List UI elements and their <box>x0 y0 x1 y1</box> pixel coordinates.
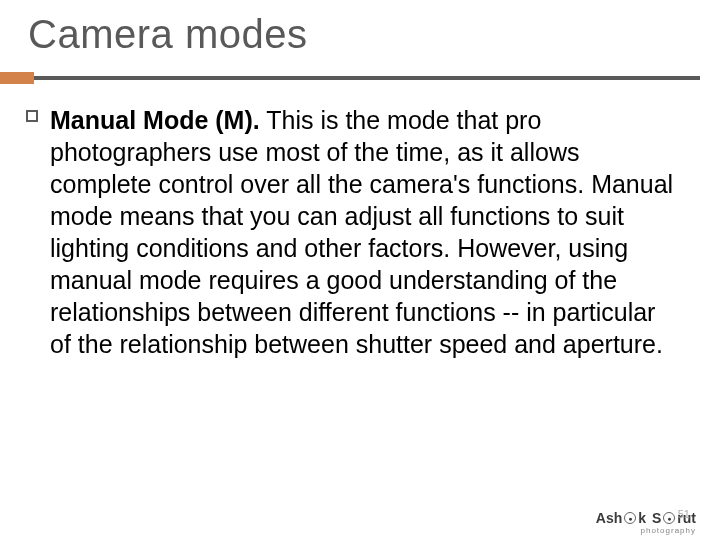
underline-main <box>34 76 700 80</box>
bullet-lead-bold: Manual Mode (M). <box>50 106 260 134</box>
slide: Camera modes Manual Mode (M). This is th… <box>0 0 720 540</box>
slide-title: Camera modes <box>28 12 307 57</box>
lens-icon: ● <box>624 512 636 524</box>
bullet-body-text: This is the mode that pro photographers … <box>50 106 673 358</box>
underline-accent <box>0 72 34 84</box>
brand-part-2: k <box>638 510 646 526</box>
brand-part-1: Ash <box>596 510 622 526</box>
bullet-square-icon <box>26 110 38 122</box>
brand-surname-pre: S <box>652 510 661 526</box>
brand-subline: photography <box>641 526 696 535</box>
page-number: 51 <box>678 508 690 520</box>
lens-icon: ● <box>663 512 675 524</box>
body-paragraph: Manual Mode (M). This is the mode that p… <box>50 106 673 358</box>
title-underline <box>0 72 720 84</box>
body-content: Manual Mode (M). This is the mode that p… <box>50 104 680 360</box>
